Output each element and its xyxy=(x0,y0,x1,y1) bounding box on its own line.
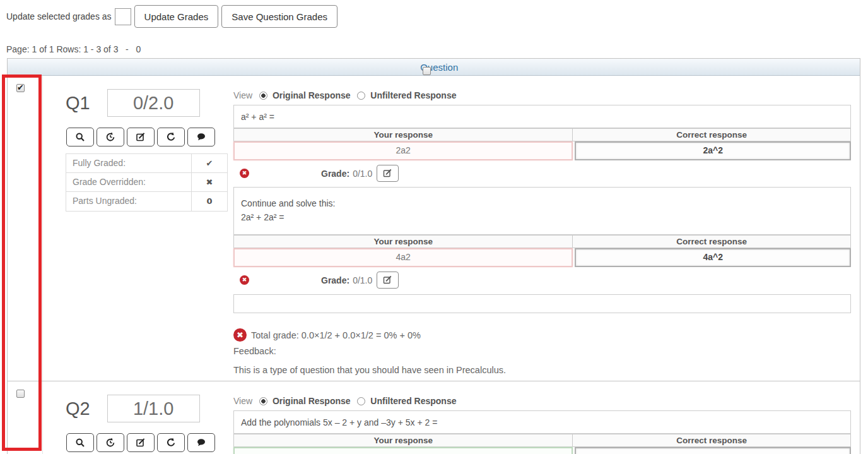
question-summary-panel: Q1 0/2.0 xyxy=(66,89,231,212)
question-prompt: a² + a² = xyxy=(233,105,851,128)
question-prompt: Add the polynomials 5x – 2 + y and –3y +… xyxy=(233,410,851,434)
your-response-header: Your response xyxy=(234,236,573,248)
history-icon[interactable] xyxy=(97,128,124,146)
grades-table: Question Q1 0/2.0 xyxy=(7,58,860,454)
edit-grade-icon[interactable] xyxy=(377,165,399,182)
question-response-panel: View Original Response Unfiltered Respon… xyxy=(233,90,851,375)
check-icon: ✔ xyxy=(191,154,227,172)
update-grades-button[interactable]: Update Grades xyxy=(134,5,219,28)
table-header-row: Question xyxy=(8,59,860,76)
save-question-grades-button[interactable]: Save Question Grades xyxy=(221,5,337,28)
part-grade-value: 0/1.0 xyxy=(353,169,372,179)
update-grades-label: Update selected grades as xyxy=(6,11,112,21)
refresh-icon[interactable] xyxy=(157,128,185,146)
edit-grade-icon[interactable] xyxy=(377,272,399,289)
correct-response-value: 4a^2 xyxy=(575,248,851,267)
status-row-grade-overridden: Grade Overridden: ✖ xyxy=(66,173,227,192)
row-checkbox-q1[interactable] xyxy=(16,84,25,92)
response-table: Your response Correct response 4a2 4a^2 xyxy=(233,235,851,267)
question-id: Q2 xyxy=(66,398,90,419)
search-icon[interactable] xyxy=(66,433,94,452)
edit-icon[interactable] xyxy=(127,433,155,452)
view-selector: View Original Response Unfiltered Respon… xyxy=(233,396,851,407)
answer-input-box[interactable] xyxy=(233,294,851,313)
part-grade-line: ✖ Grade: 0/1.0 xyxy=(233,272,851,289)
your-response-value: 4a2 xyxy=(233,248,573,267)
original-response-radio[interactable] xyxy=(259,397,267,405)
select-all-checkbox[interactable] xyxy=(423,67,431,75)
status-row-parts-ungraded: Parts Ungraded: 0 xyxy=(66,192,227,211)
feedback-label: Feedback: xyxy=(233,346,851,356)
view-label: View xyxy=(233,396,252,406)
part-grade-line: ✖ Grade: 0/1.0 xyxy=(233,165,851,182)
question-row-q1: Q1 0/2.0 xyxy=(8,76,860,381)
cross-icon: ✖ xyxy=(191,173,227,191)
question-grade-input[interactable]: 0/2.0 xyxy=(107,89,200,117)
question-toolbar xyxy=(66,433,231,452)
response-table: Your response Correct response xyxy=(233,434,851,454)
correct-response-header: Correct response xyxy=(573,434,850,446)
unfiltered-response-radio[interactable] xyxy=(357,397,365,405)
comment-icon[interactable] xyxy=(187,433,215,452)
status-row-fully-graded: Fully Graded: ✔ xyxy=(66,154,227,173)
view-selector: View Original Response Unfiltered Respon… xyxy=(233,90,851,101)
edit-icon[interactable] xyxy=(127,128,155,146)
incorrect-icon: ✖ xyxy=(240,275,249,285)
question-cell-q1: Q1 0/2.0 xyxy=(42,76,860,381)
original-response-radio[interactable] xyxy=(259,92,267,100)
question-cell-q2: Q2 1/1.0 xyxy=(42,381,860,454)
part-grade-value: 0/1.0 xyxy=(353,275,372,285)
comment-icon[interactable] xyxy=(187,128,215,146)
view-label: View xyxy=(233,90,252,100)
incorrect-icon: ✖ xyxy=(240,169,249,178)
total-grade-line: ✖ Total grade: 0.0×1/2 + 0.0×1/2 = 0% + … xyxy=(233,328,851,342)
question-summary-panel: Q2 1/1.0 xyxy=(66,395,231,452)
your-response-header: Your response xyxy=(234,434,573,446)
grade-update-toolbar: Update selected grades as Update Grades … xyxy=(6,5,337,28)
question-row-q2: Q2 1/1.0 xyxy=(8,381,860,454)
question-response-panel: View Original Response Unfiltered Respon… xyxy=(233,396,851,454)
unfiltered-response-radio[interactable] xyxy=(357,92,365,100)
row-select-cell xyxy=(8,76,42,381)
refresh-icon[interactable] xyxy=(157,433,185,452)
row-checkbox-q2[interactable] xyxy=(16,390,25,398)
question-grade-input[interactable]: 1/1.0 xyxy=(107,395,200,422)
your-response-header: Your response xyxy=(234,129,573,141)
your-response-value: 2a2 xyxy=(233,141,573,160)
grade-value-input[interactable] xyxy=(115,8,131,25)
question-id: Q1 xyxy=(66,93,90,114)
total-grade-text: Total grade: 0.0×1/2 + 0.0×1/2 = 0% + 0% xyxy=(251,330,421,340)
feedback-text: This is a type of question that you shou… xyxy=(233,365,851,375)
response-table: Your response Correct response 2a2 2a^2 xyxy=(233,128,851,160)
question-toolbar xyxy=(66,128,231,146)
correct-response-value xyxy=(575,447,851,454)
history-icon[interactable] xyxy=(97,433,124,452)
your-response-value xyxy=(233,447,573,454)
correct-response-value: 2a^2 xyxy=(575,141,851,160)
pagination-status: Page: 1 of 1 Rows: 1 - 3 of 3 - 0 xyxy=(6,44,141,54)
correct-response-header: Correct response xyxy=(573,129,850,141)
question-prompt-part2: Continue and solve this: 2a² + 2a² = xyxy=(233,187,851,235)
grading-status-table: Fully Graded: ✔ Grade Overridden: ✖ Part… xyxy=(66,153,228,212)
correct-response-header: Correct response xyxy=(573,236,850,248)
incorrect-total-icon: ✖ xyxy=(233,328,247,342)
row-select-cell xyxy=(8,381,42,454)
search-icon[interactable] xyxy=(66,128,94,146)
